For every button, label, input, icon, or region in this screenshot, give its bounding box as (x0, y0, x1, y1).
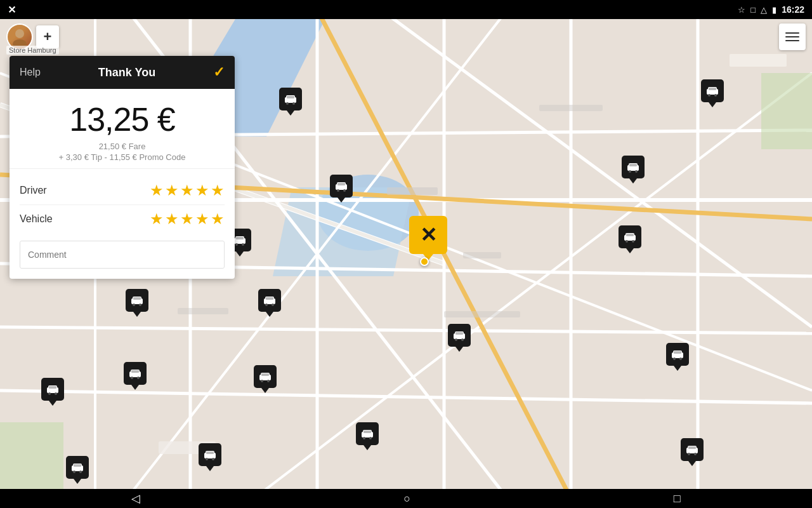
svg-point-58 (625, 240, 628, 243)
total-price: 13,25 € (20, 100, 225, 138)
svg-point-119 (694, 453, 697, 455)
driver-star-2[interactable]: ★ (165, 182, 179, 199)
car-svg-car13 (360, 428, 375, 439)
svg-rect-100 (363, 431, 371, 433)
comment-input[interactable] (20, 241, 225, 269)
svg-rect-120 (688, 446, 696, 449)
location-dot (420, 257, 429, 266)
driver-star-1[interactable]: ★ (150, 182, 164, 199)
svg-rect-40 (287, 96, 294, 98)
bottom-nav: ◁ ○ □ (0, 489, 812, 508)
vehicle-stars[interactable]: ★ ★ ★ ★ ★ (150, 210, 225, 228)
back-button[interactable]: ◁ (131, 491, 140, 505)
driver-label: Driver (20, 185, 47, 196)
svg-rect-90 (131, 370, 139, 373)
car-marker-car9 (701, 79, 724, 102)
wifi-icon: △ (761, 5, 767, 15)
bluetooth-icon: ☆ (738, 5, 745, 15)
svg-rect-45 (629, 164, 637, 166)
svg-point-88 (131, 377, 133, 379)
store-label: Store Hamburg (6, 46, 59, 55)
price-detail: 21,50 € Fare + 3,30 € Tip - 11,55 € Prom… (20, 142, 225, 162)
car-marker-car1 (279, 88, 302, 110)
add-ride-button[interactable]: + (36, 25, 59, 48)
svg-rect-80 (709, 88, 716, 90)
car-svg-car9 (705, 85, 720, 97)
home-button[interactable]: ○ (403, 492, 410, 505)
svg-rect-28 (539, 105, 603, 111)
svg-rect-26 (387, 187, 438, 195)
car-marker-car12 (41, 378, 64, 401)
svg-point-79 (714, 94, 717, 97)
car-svg-car15 (70, 462, 85, 473)
vehicle-star-5[interactable]: ★ (211, 210, 225, 228)
fare-line: 21,50 € Fare (20, 142, 225, 151)
svg-rect-75 (674, 351, 681, 354)
svg-rect-130 (261, 373, 269, 376)
vehicle-label: Vehicle (20, 213, 53, 225)
vehicle-star-3[interactable]: ★ (180, 210, 194, 228)
svg-rect-25 (0, 422, 63, 489)
svg-point-53 (235, 243, 238, 246)
driver-stars[interactable]: ★ ★ ★ ★ ★ (150, 182, 225, 199)
svg-point-89 (137, 377, 140, 379)
svg-point-43 (629, 170, 631, 173)
recents-button[interactable]: □ (674, 492, 681, 505)
svg-point-109 (79, 471, 82, 473)
svg-point-34 (15, 29, 24, 38)
plus-icon: + (44, 29, 52, 45)
svg-point-104 (212, 458, 214, 460)
svg-point-74 (679, 358, 682, 360)
svg-point-108 (73, 471, 75, 473)
svg-point-103 (206, 458, 208, 460)
status-bar-left: ✕ (8, 4, 16, 16)
top-bar: + (0, 19, 812, 54)
car-svg-car7 (452, 330, 467, 341)
car-svg-car3 (334, 180, 349, 192)
mytaxi-logo-marker: ✕ (409, 216, 447, 254)
car-svg-car19 (258, 371, 273, 382)
svg-point-39 (292, 102, 295, 105)
car-marker-car5 (619, 225, 641, 248)
car-marker-car10 (126, 289, 148, 312)
confirm-checkmark-button[interactable]: ✓ (213, 64, 225, 81)
driver-star-3[interactable]: ★ (180, 182, 194, 199)
car-marker-car19 (254, 365, 277, 388)
car-marker-car2 (622, 156, 645, 178)
svg-rect-24 (761, 73, 812, 149)
car-marker-car6 (258, 289, 281, 312)
help-button[interactable]: Help (20, 67, 41, 78)
svg-rect-50 (337, 183, 345, 185)
car-svg-car12 (45, 384, 60, 395)
svg-point-99 (369, 437, 372, 439)
svg-point-128 (261, 380, 263, 382)
car-marker-car11 (124, 362, 147, 385)
svg-point-64 (272, 304, 274, 306)
svg-rect-95 (49, 386, 56, 389)
car-marker-car13 (356, 422, 379, 445)
svg-point-94 (55, 392, 57, 395)
clock: 16:22 (782, 4, 804, 15)
svg-rect-105 (206, 451, 214, 454)
vehicle-star-2[interactable]: ★ (165, 210, 179, 228)
vehicle-rating-row: Vehicle ★ ★ ★ ★ ★ (20, 205, 225, 233)
car-svg-car17 (684, 444, 700, 455)
svg-point-44 (635, 170, 638, 173)
svg-rect-85 (133, 297, 141, 300)
status-bar-right: ☆ □ △ ▮ 16:22 (738, 4, 804, 15)
svg-point-48 (337, 189, 339, 192)
vehicle-star-1[interactable]: ★ (150, 210, 164, 228)
hamburger-line-2 (785, 36, 799, 37)
svg-point-118 (688, 453, 690, 455)
hamburger-line-1 (785, 32, 799, 34)
hamburger-menu-button[interactable] (779, 23, 806, 50)
car-svg-car5 (622, 231, 638, 243)
thankyou-label: Thank You (98, 66, 155, 79)
driver-star-4[interactable]: ★ (195, 182, 209, 199)
driver-star-5[interactable]: ★ (211, 182, 225, 199)
price-area: 13,25 € 21,50 € Fare + 3,30 € Tip - 11,5… (10, 89, 235, 169)
vehicle-star-4[interactable]: ★ (195, 210, 209, 228)
svg-rect-30 (178, 308, 228, 314)
status-bar: ✕ ☆ □ △ ▮ 16:22 (0, 0, 812, 19)
signal-icon: □ (750, 5, 756, 15)
